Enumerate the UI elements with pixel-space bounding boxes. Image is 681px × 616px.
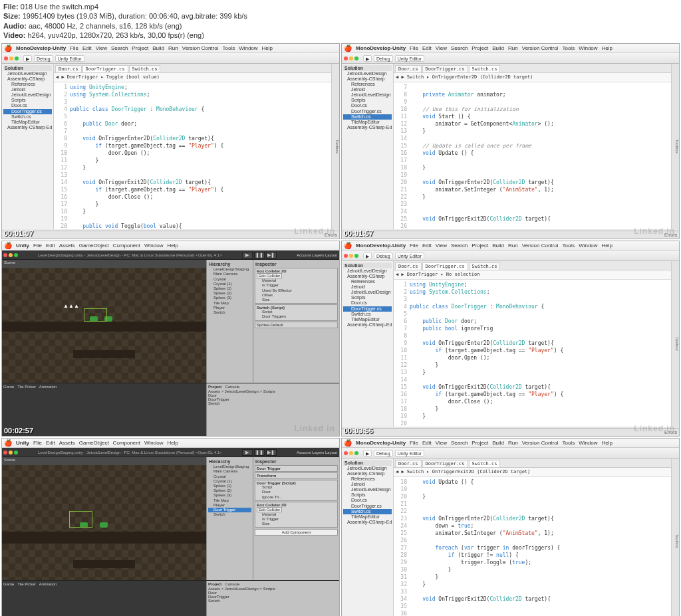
thumb-6: 🍎 MonoDevelop-Unity FileEditViewSearchPr… [341,438,680,616]
pause-button[interactable]: ❚❚ [254,252,265,258]
thumb-2: 🍎 MonoDevelop-Unity FileEditViewSearchPr… [341,43,680,239]
hierarchy-panel[interactable]: Hierarchy LevelDesignStaging Main Camera… [206,260,253,383]
apple-icon[interactable]: 🍎 [4,45,12,52]
minimize-icon[interactable] [9,56,13,60]
zoom-icon[interactable] [15,56,19,60]
add-component-button[interactable]: Add Component [255,529,338,536]
mac-menubar[interactable]: 🍎 MonoDevelop-Unity FileEditViewSearchPr… [2,44,339,53]
run-button[interactable]: ▶ [23,55,32,62]
thumb-1: 🍎 MonoDevelop-Unity FileEditViewSearchPr… [1,43,340,239]
apple-icon[interactable]: 🍎 [344,45,352,52]
unity-toolbar: LevelDesignStaging.unity - JetroidLevelD… [2,251,339,260]
breadcrumb[interactable]: ◀ ▶ DoorTrigger ▸ Toggle (bool value) [54,73,331,82]
config-select[interactable]: Debug [34,55,53,62]
thumb-5: 🍎 Unity FileEditAssetsGameObjectComponen… [1,438,340,616]
solution-pad[interactable]: Solution JetroidLevelDesign Assembly-CSh… [2,64,54,229]
inspector-panel[interactable]: Inspector Box Collider 2D Edit Collider … [253,260,339,383]
ide-toolbar: ▶ Debug Unity Editor [2,53,339,64]
step-button[interactable]: ▶❚ [266,252,277,258]
scene-view[interactable]: Scene ▲▲▲ [2,260,206,383]
file-selected[interactable]: DoorTrigger.cs [3,109,52,114]
play-button[interactable]: ▶ [242,252,253,258]
close-icon[interactable] [4,56,8,60]
thumb-3: 🍎 Unity FileEditAssetsGameObjectComponen… [1,241,340,437]
code-editor[interactable]: Door.csDoorTrigger.csSwitch.cs ◀ ▶ DoorT… [54,64,331,229]
thumb-4: 🍎 MonoDevelop-Unity FileEditViewSearchPr… [341,241,680,437]
target-select[interactable]: Unity Editor [55,55,84,62]
file-info-header: File: 018 Use the switch.mp4 Size: 19951… [0,0,681,42]
thumbnail-grid: 🍎 MonoDevelop-Unity FileEditViewSearchPr… [0,42,681,616]
